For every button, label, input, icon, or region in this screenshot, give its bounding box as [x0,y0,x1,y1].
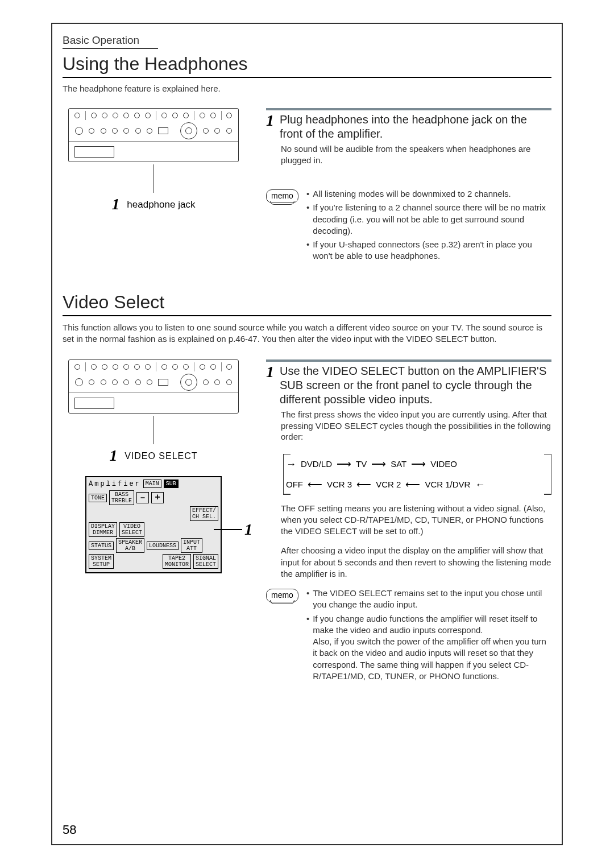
caption-number: 1 [109,447,117,464]
caption-number: 1 [112,195,120,213]
headphones-heading: Using the Headphones [63,53,551,78]
cycle-item: VCR 1/DVR [425,476,470,493]
input-att-button[interactable]: INPUT ATT [181,538,202,553]
step-number: 1 [266,113,274,129]
cycle-item: VCR 3 [327,476,352,493]
remote-leader: 1 [214,520,252,539]
memo-item: All listening modes will be downmixed to… [313,188,511,200]
display-dimmer-button[interactable]: DISPLAYDIMMER [89,522,117,537]
leader-line [154,164,154,193]
amplifier-diagram [68,359,239,414]
cycle-item: OFF [286,476,303,493]
amplifier-diagram [68,108,239,162]
section-tab: Basic Operation [63,34,158,49]
loudness-button[interactable]: LOUDNESS [147,542,179,550]
para-off: The OFF setting means you are listening … [281,503,551,538]
plus-button[interactable]: + [151,492,164,503]
step-title: Plug headphones into the headphone jack … [280,113,551,141]
minus-button[interactable]: – [136,492,149,503]
tape-monitor-button[interactable]: TAPE2 MONITOR [163,554,191,569]
cycle-diagram: →DVD/LD ⟶TV ⟶SAT ⟶VIDEO OFF⟵ VCR 3⟵ VCR … [283,454,551,495]
headphones-intro: The headphone feature is explained here. [63,84,551,93]
cycle-item: TV [356,456,367,473]
leader-line [154,416,154,444]
remote-title: Amplifier [89,480,141,488]
video-intro: This function allows you to listen to on… [63,322,551,345]
video-heading: Video Select [63,292,551,316]
signal-select-button[interactable]: SIGNAL SELECT [193,554,218,569]
step-body: No sound will be audible from the speake… [281,143,551,166]
page-number: 58 [63,822,76,837]
main-indicator: MAIN [143,480,161,488]
speaker-ab-button[interactable]: SPEAKER A/B [116,538,144,553]
bass-treble-label: BASSTREBLE [109,490,134,505]
remote-leader-number: 1 [244,520,252,539]
caption-text: VIDEO SELECT [125,451,197,461]
tone-button[interactable]: TONE [89,494,107,502]
memo-badge: memo [266,189,298,203]
step-title: Use the VIDEO SELECT button on the AMPLI… [280,364,551,407]
cycle-item: DVD/LD [301,456,332,473]
caption-text: headphone jack [127,199,195,210]
memo-item: If your U-shaped connectors (see p.32) a… [313,239,551,262]
memo-item: If you change audio functions the amplif… [313,613,551,683]
status-button[interactable]: STATUS [89,542,114,550]
page-content: Basic Operation Using the Headphones The… [63,34,551,834]
effect-ch-sel-button[interactable]: EFFECT/ CH SEL. [190,506,218,521]
memo-list: •All listening modes will be downmixed t… [306,188,551,264]
system-setup-button[interactable]: SYSTEM SETUP [89,554,114,569]
memo-badge: memo [266,589,298,602]
remote-sub-screen: Amplifier MAIN SUB TONE BASSTREBLE – + E… [85,476,222,573]
headphone-jack-caption: 1 headphone jack [63,195,244,213]
cycle-item: SAT [391,456,406,473]
video-select-caption: 1 VIDEO SELECT [63,447,244,465]
step-body: The first press shows the video input yo… [281,409,551,443]
memo-item: If you're listening to a 2 channel sourc… [313,202,551,237]
memo-list: •The VIDEO SELECT remains set to the inp… [306,588,551,684]
cycle-item: VCR 2 [376,476,401,493]
video-select-button[interactable]: VIDEO SELECT [119,522,144,537]
step-number: 1 [266,364,274,380]
memo-item: The VIDEO SELECT remains set to the inpu… [313,588,551,611]
sub-indicator: SUB [164,480,179,488]
para-after: After choosing a video input the display… [281,545,551,580]
cycle-item: VIDEO [430,456,457,473]
